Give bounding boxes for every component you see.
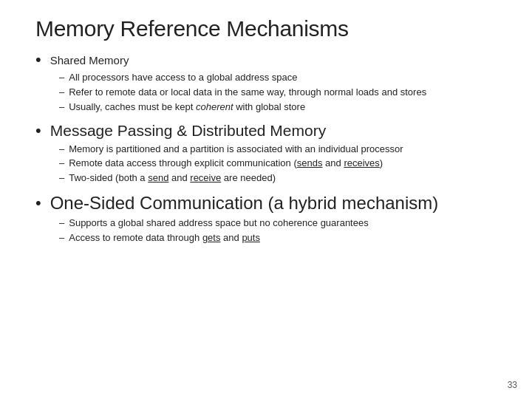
- list-item: – Usually, caches must be kept coherent …: [59, 100, 497, 115]
- dash-icon: –: [59, 100, 64, 115]
- item-text: Supports a global shared address space b…: [69, 216, 368, 231]
- section-title-shared-memory: Shared Memory: [50, 54, 129, 66]
- sub-items-message-passing: – Memory is partitioned and a partition …: [59, 143, 497, 186]
- dash-icon: –: [59, 231, 64, 245]
- sub-items-one-sided: – Supports a global shared address space…: [59, 216, 497, 245]
- list-item: – Refer to remote data or local data in …: [59, 86, 497, 100]
- dash-icon: –: [59, 86, 64, 100]
- list-item: – Supports a global shared address space…: [59, 216, 497, 231]
- list-item: – Memory is partitioned and a partition …: [59, 143, 497, 157]
- section-header-one-sided: • One-Sided Communication (a hybrid mech…: [35, 193, 497, 214]
- list-item: – All processors have access to a global…: [59, 71, 497, 85]
- section-title-message-passing: Message Passing & Distributed Memory: [50, 122, 326, 140]
- item-text: Remote data access through explicit comm…: [69, 157, 383, 171]
- dash-icon: –: [59, 71, 64, 85]
- item-text: Refer to remote data or local data in th…: [69, 86, 426, 100]
- bullet-2: •: [35, 123, 41, 139]
- item-text: Access to remote data through gets and p…: [69, 231, 260, 245]
- list-item: – Two-sided (both a send and receive are…: [59, 171, 497, 185]
- section-header-shared-memory: • Shared Memory: [35, 52, 497, 68]
- section-header-message-passing: • Message Passing & Distributed Memory: [35, 122, 497, 140]
- item-text: Two-sided (both a send and receive are n…: [69, 171, 276, 185]
- dash-icon: –: [59, 171, 64, 185]
- page-number: 33: [508, 380, 517, 390]
- dash-icon: –: [59, 157, 64, 171]
- dash-icon: –: [59, 143, 64, 157]
- bullet-1: •: [35, 52, 41, 68]
- list-item: – Remote data access through explicit co…: [59, 157, 497, 171]
- item-text: Memory is partitioned and a partition is…: [69, 143, 403, 157]
- section-one-sided: • One-Sided Communication (a hybrid mech…: [35, 193, 497, 245]
- section-shared-memory: • Shared Memory – All processors have ac…: [35, 52, 497, 115]
- dash-icon: –: [59, 216, 64, 231]
- bullet-3: •: [35, 195, 41, 211]
- item-text: Usually, caches must be kept coherent wi…: [69, 100, 305, 115]
- section-title-one-sided: One-Sided Communication (a hybrid mechan…: [50, 193, 439, 214]
- slide-title: Memory Reference Mechanisms: [35, 16, 497, 41]
- section-message-passing: • Message Passing & Distributed Memory –…: [35, 122, 497, 186]
- slide: Memory Reference Mechanisms • Shared Mem…: [0, 0, 532, 399]
- list-item: – Access to remote data through gets and…: [59, 231, 497, 245]
- item-text: All processors have access to a global a…: [69, 71, 297, 85]
- sub-items-shared-memory: – All processors have access to a global…: [59, 71, 497, 115]
